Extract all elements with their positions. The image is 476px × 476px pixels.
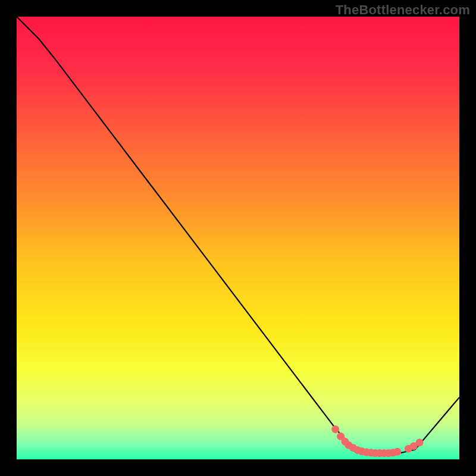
plot-area (17, 17, 459, 459)
marker-dot (393, 448, 401, 456)
chart-frame: TheBottlenecker.com (0, 0, 476, 476)
watermark-text: TheBottlenecker.com (336, 2, 470, 18)
marker-dot (416, 439, 424, 446)
chart-svg (17, 17, 459, 459)
marker-dot (331, 425, 339, 433)
gradient-background (17, 17, 459, 459)
